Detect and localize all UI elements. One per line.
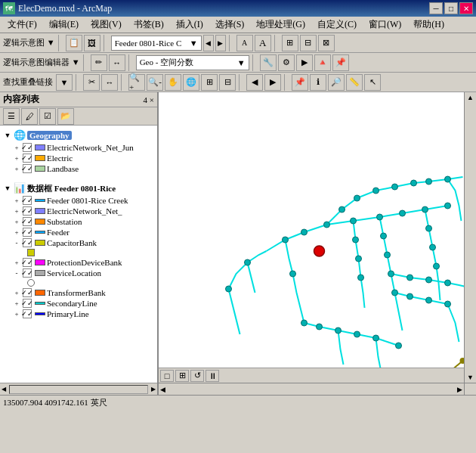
tree-layer-primaryline[interactable]: + ✓ PrimaryLine [0, 309, 157, 319]
substation-expand[interactable]: + [12, 218, 21, 225]
sl2-expand[interactable]: + [12, 299, 21, 307]
maximize-button[interactable]: □ [444, 2, 458, 14]
tree-layer-substation[interactable]: + ✓ Substation [0, 216, 157, 227]
scroll-left-arrow[interactable]: ◀ [0, 384, 8, 394]
tree-layer-electric[interactable]: + ✓ Electric [0, 153, 157, 163]
tb-geo-2[interactable]: ⚙ [278, 54, 295, 71]
identify-btn[interactable]: ℹ [310, 74, 326, 91]
search-tool-1[interactable]: ✂ [83, 74, 100, 91]
measure-btn[interactable]: 📏 [346, 74, 363, 91]
tb-extra2[interactable]: ⊟ [300, 35, 317, 51]
menu-help[interactable]: 帮助(H) [409, 17, 449, 33]
sl2-checkbox[interactable]: ✓ [23, 299, 32, 308]
pin-btn[interactable]: 📌 [292, 74, 308, 91]
tb-edit-1[interactable]: ✏ [91, 54, 107, 71]
mini-btn-1[interactable]: □ [160, 370, 174, 382]
tb-geo-4[interactable]: 🔺 [314, 54, 331, 71]
panel-btn-draw[interactable]: 🖊 [21, 108, 38, 125]
tb-btn-1[interactable]: 📋 [66, 35, 82, 51]
substation-checkbox[interactable]: ✓ [23, 217, 32, 226]
close-button[interactable]: ✕ [459, 2, 473, 14]
pdb-checkbox[interactable]: ✓ [23, 258, 32, 267]
map-vscrollbar[interactable]: ▲ ▼ [464, 92, 476, 383]
tb-select2[interactable]: ▶ [215, 35, 226, 51]
map-vscroll-track[interactable] [466, 103, 475, 372]
tb-checkbox[interactable]: ✓ [23, 288, 32, 297]
panel-btn-source[interactable]: 📂 [57, 108, 74, 125]
pl-checkbox[interactable]: ✓ [23, 309, 32, 318]
tb-extra1[interactable]: ⊞ [282, 35, 298, 51]
tree-layer-protectiondevicebank[interactable]: + ✓ ProtectionDeviceBank [0, 257, 157, 268]
en-jun-expand[interactable]: + [12, 144, 21, 151]
feeder-0801-checkbox[interactable]: ✓ [23, 196, 32, 205]
mini-btn-2[interactable]: ⊞ [175, 370, 189, 382]
menu-window[interactable]: 窗口(W) [364, 17, 406, 33]
landbase-checkbox[interactable]: ✓ [23, 164, 32, 173]
tree-layer-servicelocation[interactable]: - ✓ ServiceLocation [0, 268, 157, 278]
tb-extra3[interactable]: ⊠ [318, 35, 335, 51]
zoom-in-btn[interactable]: 🔍+ [128, 74, 145, 91]
sl-checkbox[interactable]: ✓ [23, 268, 32, 278]
globe-btn[interactable]: 🌐 [183, 74, 199, 91]
mini-btn-refresh[interactable]: ↺ [190, 370, 204, 382]
dataframe-group-header[interactable]: ▼ 📊 数据框 Feeder 0801-Rice [0, 182, 157, 195]
menu-insert[interactable]: 插入(I) [172, 17, 208, 33]
tree-layer-electricnetwork-net[interactable]: + ✓ ElectricNetwork_Net_ [0, 206, 157, 216]
map-area[interactable]: ▲ ▼ ◀ ▶ □ ⊞ ↺ ⏸ [159, 92, 476, 395]
map-scroll-up[interactable]: ▲ [465, 92, 475, 103]
fwd-btn[interactable]: ▶ [264, 74, 281, 91]
mini-btn-pause[interactable]: ⏸ [206, 370, 219, 382]
sl-expand[interactable]: - [12, 269, 21, 277]
tree-layer-feeder-0801[interactable]: + ✓ Feeder 0801-Rice Creek [0, 195, 157, 206]
pdb-expand[interactable]: + [12, 259, 21, 266]
map-scroll-down[interactable]: ▼ [465, 372, 475, 383]
tb-expand[interactable]: + [12, 289, 21, 296]
feeder-dropdown[interactable]: Feeder 0801-Rice C ▼ [111, 36, 202, 51]
electric-checkbox[interactable]: ✓ [23, 154, 32, 163]
feeder-expand[interactable]: + [12, 228, 21, 236]
tb-font-a[interactable]: A [236, 35, 253, 51]
landbase-expand[interactable]: + [12, 165, 21, 172]
panel-btn-list[interactable]: ☰ [3, 108, 20, 125]
tree-layer-transformerbank[interactable]: + ✓ TransformerBank [0, 287, 157, 298]
search-tool-2[interactable]: ↔ [101, 74, 118, 91]
menu-customize[interactable]: 自定义(C) [313, 17, 361, 33]
en-jun-checkbox[interactable]: ✓ [23, 143, 32, 152]
en-net-checkbox[interactable]: ✓ [23, 206, 32, 216]
select-btn[interactable]: ↖ [364, 74, 381, 91]
capacitorbank-checkbox[interactable]: ✓ [23, 238, 32, 247]
dataframe-expand-icon[interactable]: ▼ [3, 185, 12, 192]
panel-btn-select[interactable]: ☑ [39, 108, 56, 125]
tb-geo-3[interactable]: ▶ [296, 54, 313, 71]
menu-bookmarks[interactable]: 书签(B) [129, 17, 168, 33]
map-hscrollbar[interactable]: ◀ ▶ [159, 383, 464, 395]
geography-expand-icon[interactable]: ▼ [3, 132, 12, 139]
zoom-out-btn[interactable]: 🔍- [147, 74, 163, 91]
tree-layer-feeder[interactable]: + ✓ Feeder [0, 227, 157, 237]
panel-dock-hint[interactable]: 4 × [144, 95, 154, 104]
tb-select[interactable]: ◀ [203, 35, 214, 51]
scroll-right-arrow[interactable]: ▶ [150, 384, 157, 394]
menu-select[interactable]: 选择(S) [211, 17, 249, 33]
geo-dropdown[interactable]: Geo - 空间分数 ▼ [136, 55, 249, 70]
geography-group-header[interactable]: ▼ 🌐 Geography [0, 129, 157, 142]
tree-layer-capacitorbank[interactable]: - ✓ CapacitorBank [0, 237, 157, 248]
find-btn[interactable]: 🔎 [328, 74, 345, 91]
menu-view[interactable]: 视图(V) [86, 17, 126, 33]
tree-layer-secondaryline[interactable]: + ✓ SecondaryLine [0, 298, 157, 309]
extent-btn[interactable]: ⊞ [201, 74, 218, 91]
capacitorbank-expand[interactable]: - [12, 239, 21, 247]
menu-file[interactable]: 文件(F) [3, 17, 42, 33]
feeder-checkbox[interactable]: ✓ [23, 228, 32, 237]
back-btn[interactable]: ◀ [246, 74, 263, 91]
tb-font-a2[interactable]: A [255, 35, 271, 51]
minimize-button[interactable]: ─ [429, 2, 443, 14]
tb-geo-1[interactable]: 🔧 [260, 54, 277, 71]
search-dropdown-btn[interactable]: ▼ [56, 74, 73, 91]
tree-layer-landbase[interactable]: + ✓ Landbase [0, 163, 157, 174]
pl-expand[interactable]: + [12, 310, 21, 318]
map-scroll-right[interactable]: ▶ [456, 386, 464, 393]
menu-geoprocessing[interactable]: 地理处理(G) [252, 17, 310, 33]
electric-expand[interactable]: + [12, 154, 21, 162]
map-scroll-left[interactable]: ◀ [159, 386, 167, 393]
